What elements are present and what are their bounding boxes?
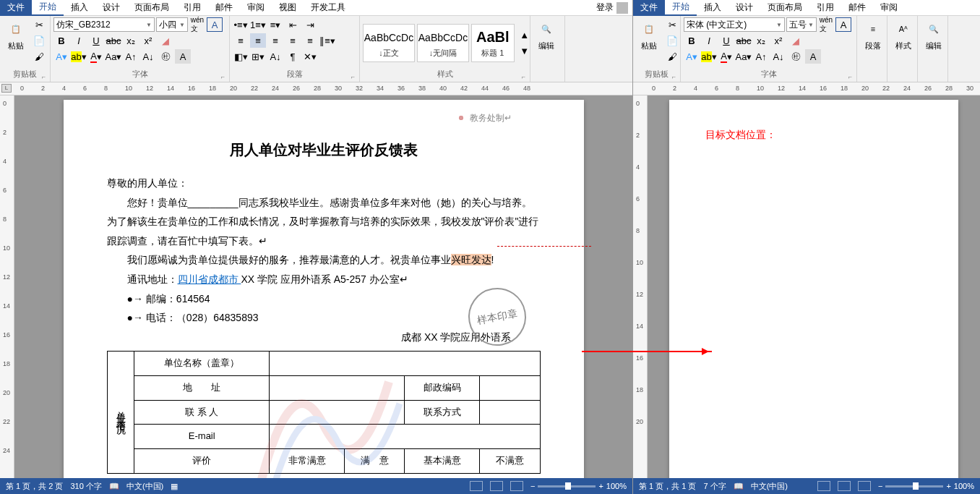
borders-button[interactable]: ⊞▾ [250, 49, 266, 64]
paste-button-r[interactable]: 📋粘贴 [636, 17, 662, 53]
strike-button[interactable]: abc [106, 33, 121, 48]
tab-home[interactable]: 开始 [32, 0, 64, 16]
char-scale-button[interactable]: Aa▾ [106, 49, 121, 64]
bullets-button[interactable]: •≡▾ [233, 17, 249, 32]
phonetic-button[interactable]: wén文 [189, 17, 205, 32]
grow-font-r[interactable]: A↑ [753, 49, 769, 64]
view-read-r[interactable] [817, 481, 830, 491]
sort-button[interactable]: A↓ [267, 49, 283, 64]
cut-button[interactable]: ✂ [31, 17, 47, 32]
login-button[interactable]: 登录 [592, 1, 632, 14]
multilevel-button[interactable]: ≡▾ [267, 17, 283, 32]
underline-button[interactable]: U [88, 33, 104, 48]
align-distribute-button[interactable]: ≡ [302, 33, 318, 48]
subscript-r[interactable]: x₂ [753, 33, 769, 48]
address-link[interactable]: 四川省成都市 [178, 273, 241, 285]
char-shading-r[interactable]: A [805, 49, 821, 64]
style-heading1[interactable]: AaBl标题 1 [471, 24, 515, 62]
tab-mail[interactable]: 邮件 [208, 0, 240, 16]
vertical-ruler[interactable]: 024681012141618202224 [0, 95, 14, 478]
shrink-font-button[interactable]: A↓ [140, 49, 156, 64]
tab-references-r[interactable]: 引用 [809, 0, 841, 16]
show-marks-button[interactable]: ¶ [285, 49, 301, 64]
char-border-button[interactable]: A [207, 17, 223, 32]
status-words-r[interactable]: 7 个字 [703, 481, 726, 492]
subscript-button[interactable]: x₂ [123, 33, 139, 48]
tab-layout-r[interactable]: 页面布局 [760, 0, 809, 16]
underline-r[interactable]: U [718, 33, 734, 48]
clear-format-button[interactable]: ◢ [158, 33, 173, 48]
enclose-r[interactable]: ㊓ [788, 49, 804, 64]
zoom-slider[interactable]: −+100% [530, 482, 627, 490]
view-web-button[interactable] [510, 481, 523, 491]
snap-button[interactable]: ✕▾ [302, 49, 318, 64]
align-justify-button[interactable]: ≡ [285, 33, 301, 48]
view-print-r[interactable] [838, 481, 851, 491]
horizontal-ruler-r[interactable]: 02468101214161820222426283032 [633, 82, 980, 95]
char-scale-r[interactable]: Aa▾ [736, 49, 752, 64]
shading-button[interactable]: ◧▾ [233, 49, 249, 64]
copy-button-r[interactable]: 📄 [664, 33, 680, 48]
highlight-r[interactable]: ab▾ [701, 49, 717, 64]
enclose-button[interactable]: ㊓ [158, 49, 173, 64]
clear-format-r[interactable]: ◢ [788, 33, 804, 48]
char-border-r[interactable]: A [835, 17, 851, 32]
indent-dec-button[interactable]: ⇤ [285, 17, 301, 32]
tab-file[interactable]: 文件 [0, 0, 32, 16]
zoom-slider-r[interactable]: −+100% [878, 482, 974, 490]
format-painter-r[interactable]: 🖌 [664, 49, 680, 64]
document-page-r[interactable]: 目标文档位置： [669, 100, 958, 478]
bold-button[interactable]: B [53, 33, 69, 48]
style-nospacing[interactable]: AaBbCcDc↓无间隔 [417, 24, 469, 62]
font-color-button[interactable]: A▾ [88, 49, 104, 64]
feedback-table[interactable]: 单位基本情况 单位名称（盖章） 地 址邮政编码 联 系 人联系方式 E-mail… [107, 351, 541, 473]
status-page-r[interactable]: 第 1 页，共 1 页 [639, 481, 696, 492]
format-painter-button[interactable]: 🖌 [31, 49, 47, 64]
font-size-combo[interactable]: 小四▼ [156, 17, 188, 32]
align-right-button[interactable]: ≡ [267, 33, 283, 48]
tab-review-r[interactable]: 审阅 [873, 0, 905, 16]
char-shading-button[interactable]: A [175, 49, 191, 64]
superscript-button[interactable]: x² [140, 33, 156, 48]
status-lang-r[interactable]: 中文(中国) [751, 481, 788, 492]
document-page[interactable]: 教务处制↵ 用人单位对毕业生评价反馈表 尊敬的用人单位： 您好！贵单位_____… [64, 100, 584, 478]
para-button-r[interactable]: ≡段落 [860, 17, 886, 53]
copy-button[interactable]: 📄 [31, 33, 47, 48]
superscript-r[interactable]: x² [770, 33, 786, 48]
find-button[interactable]: 🔍编辑 [533, 17, 559, 53]
vertical-ruler-r[interactable]: 02468101214161820 [633, 95, 648, 478]
cut-button-r[interactable]: ✂ [664, 17, 680, 32]
view-web-r[interactable] [858, 481, 871, 491]
italic-button[interactable]: I [71, 33, 87, 48]
highlight-button[interactable]: ab▾ [71, 49, 87, 64]
view-print-button[interactable] [490, 481, 503, 491]
text-effect-r[interactable]: A▾ [684, 49, 700, 64]
grow-font-button[interactable]: A↑ [123, 49, 139, 64]
tab-layout[interactable]: 页面布局 [127, 0, 176, 16]
style-normal[interactable]: AaBbCcDc↓正文 [363, 24, 415, 62]
view-read-button[interactable] [470, 481, 483, 491]
macro-icon[interactable]: ▦ [171, 482, 178, 491]
tab-design-r[interactable]: 设计 [728, 0, 760, 16]
spellcheck-icon[interactable]: 📖 [109, 482, 119, 491]
numbering-button[interactable]: 1≡▾ [250, 17, 266, 32]
tab-home-r[interactable]: 开始 [665, 0, 697, 16]
document-area-right[interactable]: 目标文档位置： [648, 95, 980, 478]
bold-r[interactable]: B [684, 33, 700, 48]
indent-inc-button[interactable]: ⇥ [302, 17, 318, 32]
font-name-combo-r[interactable]: 宋体 (中文正文)▼ [684, 17, 785, 32]
tab-selector[interactable]: L [1, 84, 12, 93]
align-center-button[interactable]: ≡ [250, 33, 266, 48]
shrink-font-r[interactable]: A↓ [770, 49, 786, 64]
font-color-r[interactable]: A▾ [718, 49, 734, 64]
tab-mail-r[interactable]: 邮件 [841, 0, 873, 16]
status-page[interactable]: 第 1 页，共 2 页 [6, 481, 63, 492]
tab-file-r[interactable]: 文件 [633, 0, 665, 16]
tab-review[interactable]: 审阅 [240, 0, 272, 16]
phonetic-r[interactable]: wén文 [818, 17, 834, 32]
italic-r[interactable]: I [701, 33, 717, 48]
tab-dev[interactable]: 开发工具 [304, 0, 353, 16]
horizontal-ruler[interactable]: L 02468101214161820222426283032343638404… [0, 82, 632, 95]
font-size-combo-r[interactable]: 五号▼ [786, 17, 817, 32]
align-left-button[interactable]: ≡ [233, 33, 249, 48]
